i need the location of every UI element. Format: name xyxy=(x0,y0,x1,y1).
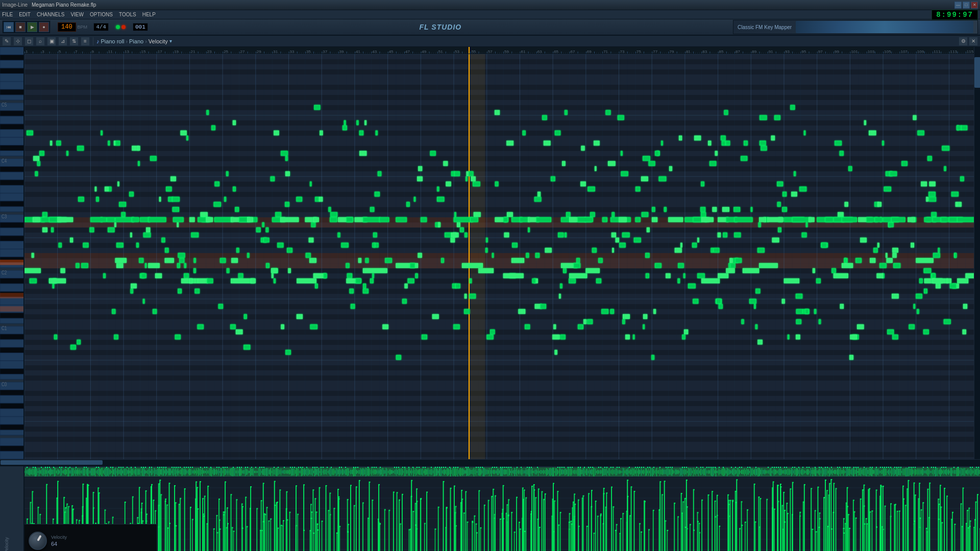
pianoroll-close[interactable]: ✕ xyxy=(969,37,978,46)
menu-file[interactable]: FILE xyxy=(2,12,13,17)
tempo-display[interactable]: 140 xyxy=(58,22,76,32)
svg-text:C0: C0 xyxy=(2,382,7,387)
bottom-knob-panel: Velocity 64 xyxy=(24,524,157,551)
menu-edit[interactable]: EDIT xyxy=(19,12,31,17)
vertical-scrollbar[interactable] xyxy=(974,47,980,459)
svg-rect-10 xyxy=(0,293,24,298)
time-display: 8:99:97 xyxy=(932,10,978,20)
menu-bar: FILE EDIT CHANNELS VIEW OPTIONS TOOLS HE… xyxy=(0,10,980,19)
pattern-display: 001 xyxy=(133,23,148,31)
knob-value: 64 xyxy=(51,541,67,547)
timeline-ruler xyxy=(24,47,974,54)
breadcrumb: ♪ Piano roll › Piano › Velocity ▾ xyxy=(96,38,172,44)
tool-select[interactable]: ⊹ xyxy=(13,37,22,46)
fl-studio-logo: FL STUDIO xyxy=(420,23,462,31)
velocity-panel: Velocity Velocity 64 xyxy=(0,465,980,551)
time-sig-display: 4/4 xyxy=(93,23,109,31)
transport-bar: ⏮ ■ ▶ ● 140 BPM 4/4 001 FL STUDIO Classi… xyxy=(0,19,980,36)
svg-text:C4: C4 xyxy=(2,158,7,164)
close-button[interactable]: ✕ xyxy=(971,2,978,9)
breadcrumb-section: Piano roll xyxy=(101,38,125,44)
knob-label: Velocity xyxy=(51,535,67,540)
tool-slice[interactable]: ⊿ xyxy=(58,37,67,46)
waveform-display: Classic FM Key Mapper xyxy=(733,20,978,34)
breadcrumb-dropdown[interactable]: ▾ xyxy=(169,38,172,44)
velocity-canvas[interactable] xyxy=(24,478,980,551)
svg-text:C3: C3 xyxy=(2,214,7,219)
menu-help[interactable]: HELP xyxy=(142,12,156,17)
maximize-button[interactable]: □ xyxy=(963,2,970,9)
velocity-piano-spacer: Velocity xyxy=(0,466,24,551)
waveform-canvas xyxy=(24,466,980,478)
note-grid[interactable] xyxy=(24,47,974,459)
breadcrumb-icon: ♪ xyxy=(96,38,100,44)
app-logo: Image-Line xyxy=(2,2,28,8)
file-name: Megaman Piano Remake.flp xyxy=(32,2,96,8)
velocity-knob[interactable] xyxy=(29,532,47,550)
breadcrumb-mode: Velocity xyxy=(149,38,168,44)
transport-stop[interactable]: ■ xyxy=(15,22,26,32)
status-text: Classic FM Key Mapper xyxy=(738,24,792,30)
velocity-label: Velocity xyxy=(2,535,11,551)
tool-zoom[interactable]: ⌕ xyxy=(36,37,45,46)
title-bar: Image-Line Megaman Piano Remake.flp — □ … xyxy=(0,0,980,10)
svg-text:C5: C5 xyxy=(2,102,7,108)
tool-pencil[interactable]: ✎ xyxy=(2,37,11,46)
menu-channels[interactable]: CHANNELS xyxy=(37,12,64,17)
waveform-overview xyxy=(24,466,980,478)
main-area: C5 C4 C3 C2 C1 C0 xyxy=(0,47,980,459)
breadcrumb-sep2: › xyxy=(145,38,147,44)
tool-flip[interactable]: ⇅ xyxy=(69,37,79,46)
piano-keyboard: C5 C4 C3 C2 C1 C0 xyxy=(0,47,24,459)
svg-text:C1: C1 xyxy=(2,325,7,331)
velocity-bars[interactable]: Velocity 64 xyxy=(24,466,980,551)
breadcrumb-track: Piano xyxy=(129,38,143,44)
piano-keys-svg[interactable]: C5 C4 C3 C2 C1 C0 xyxy=(0,47,24,459)
status-led-red xyxy=(121,25,126,29)
transport-play[interactable]: ▶ xyxy=(27,22,37,32)
svg-rect-9 xyxy=(0,260,24,265)
window-controls[interactable]: — □ ✕ xyxy=(954,2,978,9)
v-scrollbar-thumb[interactable] xyxy=(974,57,980,88)
status-led-green xyxy=(116,25,120,29)
grid-canvas[interactable] xyxy=(24,54,974,459)
svg-text:C2: C2 xyxy=(2,270,7,276)
tool-paint[interactable]: ▣ xyxy=(47,37,56,46)
menu-view[interactable]: VIEW xyxy=(70,12,84,17)
tool-rand[interactable]: ≡ xyxy=(81,37,90,46)
h-scrollbar-thumb[interactable] xyxy=(1,460,103,465)
horizontal-scrollbar[interactable] xyxy=(0,459,980,465)
transport-rewind[interactable]: ⏮ xyxy=(4,22,14,32)
svg-rect-8 xyxy=(0,47,24,459)
pianoroll-toolbar: ✎ ⊹ ◻ ⌕ ▣ ⊿ ⇅ ≡ ♪ Piano roll › Piano › V… xyxy=(0,36,980,47)
minimize-button[interactable]: — xyxy=(954,2,962,9)
menu-tools[interactable]: TOOLS xyxy=(119,12,136,17)
breadcrumb-sep1: › xyxy=(126,38,128,44)
pianoroll-settings[interactable]: ⚙ xyxy=(959,37,968,46)
menu-options[interactable]: OPTIONS xyxy=(90,12,113,17)
svg-rect-11 xyxy=(0,306,24,311)
tool-erase[interactable]: ◻ xyxy=(24,37,34,46)
transport-record[interactable]: ● xyxy=(39,22,49,32)
